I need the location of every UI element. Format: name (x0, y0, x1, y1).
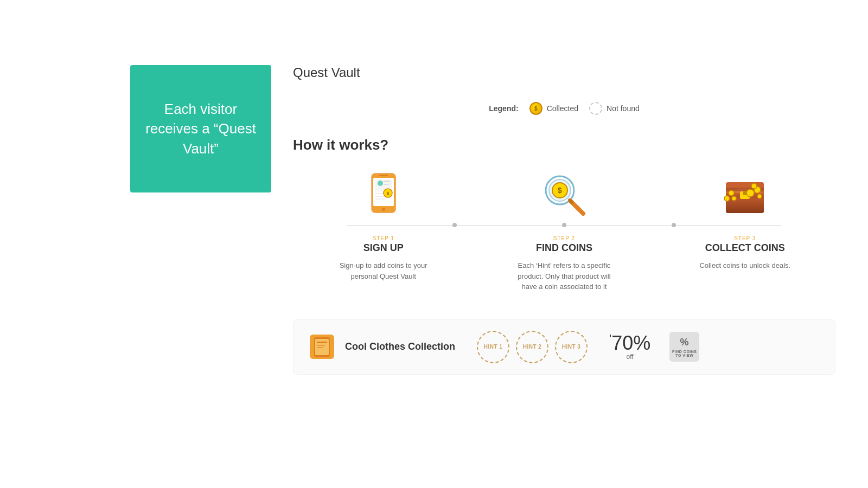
left-panel-text: Each visitor receives a “Quest Vault” (130, 88, 271, 169)
chest-icon (720, 172, 769, 216)
step-3-icon-box (720, 170, 769, 219)
collection-icon (310, 335, 334, 359)
step-2-text: STEP 2 FIND COINS Each ‘Hint’ refers to … (474, 235, 654, 292)
step-2-column: $ (474, 170, 654, 223)
step-2-number: STEP 2 (553, 235, 575, 241)
left-panel: Each visitor receives a “Quest Vault” (130, 65, 271, 192)
svg-point-29 (729, 190, 734, 196)
svg-text:$: $ (386, 191, 389, 196)
hint-1-badge[interactable]: HINT 1 (477, 331, 509, 363)
step-1-column: $ (293, 170, 474, 223)
svg-rect-35 (317, 342, 327, 343)
step-2-title: FIND COINS (536, 242, 592, 254)
legend-not-found-item: Not found (589, 102, 640, 115)
step-3-description: Collect coins to unlock deals. (699, 260, 790, 271)
svg-rect-7 (384, 184, 389, 185)
hints-container: HINT 1 HINT 2 HINT 3 (477, 331, 588, 363)
svg-rect-6 (384, 181, 390, 182)
hint-3-badge[interactable]: HINT 3 (555, 331, 588, 363)
how-it-works-title: How it works? (293, 137, 835, 153)
step-3-title: COLLECT COINS (705, 242, 785, 254)
step-2-icon-box: $ (541, 170, 587, 219)
svg-point-28 (751, 183, 757, 189)
svg-line-18 (570, 200, 572, 202)
step-2-description: Each ‘Hint’ refers to a specific product… (510, 260, 618, 292)
find-coins-icon: % (680, 337, 690, 348)
steps-container: $ $ (293, 170, 835, 292)
svg-rect-37 (317, 347, 323, 348)
hint-2-badge[interactable]: HINT 2 (516, 331, 548, 363)
step-1-description: Sign-up to add coins to your personal Qu… (329, 260, 438, 281)
step-1-icon-box: $ (367, 170, 400, 219)
svg-rect-36 (317, 345, 325, 346)
svg-text:$: $ (558, 186, 563, 195)
legend-collected-text: Collected (547, 104, 578, 113)
find-coins-badge[interactable]: % FIND COINS TO VIEW (669, 332, 699, 362)
svg-point-31 (732, 196, 736, 201)
page-title: Quest Vault (293, 65, 835, 80)
svg-rect-2 (379, 175, 388, 176)
svg-rect-10 (375, 198, 386, 200)
svg-point-5 (378, 181, 383, 186)
discount-off: off (627, 353, 634, 361)
collected-coin-icon: $ (529, 102, 542, 115)
svg-point-26 (746, 189, 754, 197)
discount-value: '70% (609, 333, 650, 353)
find-coins-label: FIND COINS TO VIEW (669, 350, 699, 357)
collection-name: Cool Clothes Collection (345, 341, 455, 352)
step-3-column (655, 170, 835, 223)
phone-icon: $ (367, 172, 400, 216)
legend-label: Legend: (489, 104, 518, 113)
not-found-coin-icon (589, 102, 602, 115)
step-3-number: STEP 3 (734, 235, 756, 241)
step-1-number: STEP 1 (373, 235, 394, 241)
right-content: Quest Vault Legend: $ Collected Not foun… (271, 65, 868, 375)
discount-badge: '70% off (609, 333, 650, 361)
svg-point-30 (724, 196, 730, 201)
legend-not-found-text: Not found (607, 104, 640, 113)
step-3-text: STEP 3 COLLECT COINS Collect coins to un… (655, 235, 835, 292)
svg-point-32 (757, 194, 762, 198)
collection-row: Cool Clothes Collection HINT 1 HINT 2 HI… (293, 319, 835, 375)
svg-point-3 (382, 208, 385, 211)
step-1-text: STEP 1 SIGN UP Sign-up to add coins to y… (293, 235, 474, 292)
collection-icon-svg (312, 336, 331, 358)
step-1-title: SIGN UP (363, 242, 404, 254)
legend: Legend: $ Collected Not found (293, 102, 835, 115)
magnifier-icon: $ (541, 171, 587, 217)
legend-collected-item: $ Collected (529, 102, 578, 115)
